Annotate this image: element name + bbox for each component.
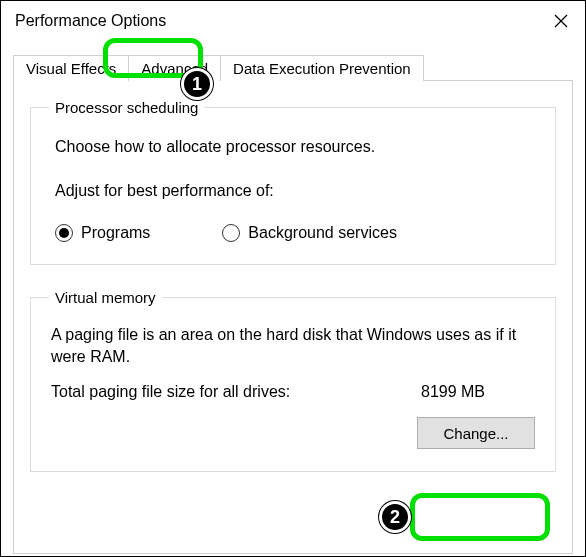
change-button[interactable]: Change... <box>417 417 535 449</box>
radio-row: Programs Background services <box>55 224 537 242</box>
vm-total-row: Total paging file size for all drives: 8… <box>51 383 537 401</box>
radio-dot-icon <box>55 224 73 242</box>
vm-total-label: Total paging file size for all drives: <box>51 383 421 401</box>
radio-programs[interactable]: Programs <box>55 224 150 242</box>
processor-desc: Choose how to allocate processor resourc… <box>55 138 537 156</box>
tab-label: Visual Effects <box>26 60 116 77</box>
button-label: Change... <box>443 425 508 442</box>
close-icon <box>554 14 568 28</box>
dialog-content: Visual Effects Advanced Data Execution P… <box>1 41 585 557</box>
tab-visual-effects[interactable]: Visual Effects <box>13 55 129 81</box>
performance-options-window: Performance Options Visual Effects Advan… <box>0 0 586 557</box>
group-legend: Virtual memory <box>49 289 162 306</box>
radio-dot-icon <box>222 224 240 242</box>
tab-advanced[interactable]: Advanced <box>128 55 221 81</box>
window-title: Performance Options <box>15 12 166 30</box>
virtual-memory-group: Virtual memory A paging file is an area … <box>30 289 556 472</box>
vm-total-value: 8199 MB <box>421 383 485 401</box>
radio-background-services[interactable]: Background services <box>222 224 397 242</box>
titlebar: Performance Options <box>1 1 585 41</box>
tab-label: Data Execution Prevention <box>233 60 411 77</box>
button-row: Change... <box>49 417 537 449</box>
close-button[interactable] <box>537 1 585 41</box>
tab-panel-advanced: Processor scheduling Choose how to alloc… <box>13 80 573 554</box>
tab-strip: Visual Effects Advanced Data Execution P… <box>13 51 573 81</box>
radio-label: Programs <box>81 224 150 242</box>
tab-dep[interactable]: Data Execution Prevention <box>220 55 424 81</box>
adjust-label: Adjust for best performance of: <box>55 182 537 200</box>
vm-desc: A paging file is an area on the hard dis… <box>51 324 537 367</box>
processor-scheduling-group: Processor scheduling Choose how to alloc… <box>30 99 556 265</box>
group-legend: Processor scheduling <box>49 99 204 116</box>
tab-label: Advanced <box>141 60 208 77</box>
radio-label: Background services <box>248 224 397 242</box>
